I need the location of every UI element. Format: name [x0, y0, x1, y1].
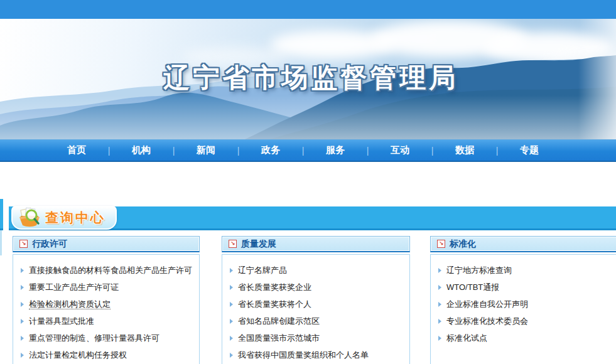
- nav-item-interaction[interactable]: 互动: [370, 144, 430, 156]
- arrow-bullet-icon: [21, 268, 24, 273]
- list-item: 检验检测机构资质认定: [21, 295, 199, 312]
- top-bar: [0, 0, 616, 19]
- list-item: WTO/TBT通报: [438, 278, 616, 295]
- panel-body: 辽宁名牌产品 省长质量奖获奖企业 省长质量奖获将个人 省知名品牌创建示范区 全国…: [222, 254, 410, 364]
- list-item: 企业标准自我公开声明: [438, 295, 616, 312]
- nav-separator: |: [236, 146, 240, 156]
- list-item: 法定计量检定机构任务授权: [21, 346, 199, 363]
- query-link[interactable]: 辽宁名牌产品: [238, 265, 287, 275]
- query-link[interactable]: 直接接触食品的材料等食品相关产品生产许可: [29, 265, 192, 275]
- banner-haze: [0, 95, 616, 139]
- panel-header: ↘ 标准化: [430, 236, 616, 252]
- panel-title: 标准化: [450, 238, 476, 250]
- nav-separator: |: [365, 146, 370, 156]
- arrow-bullet-icon: [438, 268, 441, 273]
- arrow-bullet-icon: [21, 302, 24, 307]
- query-link[interactable]: 省知名品牌创建示范区: [238, 316, 320, 326]
- link-list: 辽宁名牌产品 省长质量奖获奖企业 省长质量奖获将个人 省知名品牌创建示范区 全国…: [222, 255, 409, 363]
- panel-header: ↘ 行政许可: [13, 236, 200, 252]
- panel-administrative-licensing: ↘ 行政许可 直接接触食品的材料等食品相关产品生产许可 重要工业产品生产许可证 …: [13, 236, 200, 364]
- nav-item-special-topics[interactable]: 专题: [499, 144, 559, 156]
- folder-search-icon: [16, 207, 43, 228]
- query-link[interactable]: 重要工业产品生产许可证: [29, 282, 119, 292]
- red-arrow-icon: ↘: [437, 240, 445, 248]
- panel-body: 直接接触食品的材料等食品相关产品生产许可 重要工业产品生产许可证 检验检测机构资…: [13, 254, 200, 364]
- list-item: 直接接触食品的材料等食品相关产品生产许可: [21, 261, 199, 278]
- query-link[interactable]: 计量器具型式批准: [29, 316, 94, 326]
- list-item: 专业标准化技术委员会: [438, 312, 616, 329]
- page: 辽宁省市场监督管理局 首页 | 机构 | 新闻 | 政务 | 服务 | 互动 |…: [0, 0, 616, 364]
- panel-quality-development: ↘ 质量发展 辽宁名牌产品 省长质量奖获奖企业 省长质量奖获将个人 省知名品牌创…: [222, 236, 410, 364]
- query-link[interactable]: WTO/TBT通报: [446, 282, 499, 292]
- arrow-bullet-icon: [438, 336, 441, 341]
- arrow-bullet-icon: [230, 319, 233, 324]
- arrow-bullet-icon: [230, 336, 233, 341]
- list-item: 标准化试点: [438, 329, 616, 346]
- query-link[interactable]: 省长质量奖获奖企业: [238, 282, 311, 292]
- query-link[interactable]: 标准化试点: [446, 333, 487, 343]
- arrow-bullet-icon: [21, 285, 24, 290]
- query-link[interactable]: 省长质量奖获将个人: [238, 299, 311, 309]
- nav-item-organization[interactable]: 机构: [111, 144, 171, 156]
- strip-left-edge: [0, 199, 3, 230]
- list-item: 我省获得中国质量奖组织和个人名单: [230, 346, 409, 363]
- link-list: 辽宁地方标准查询 WTO/TBT通报 企业标准自我公开声明 专业标准化技术委员会…: [431, 255, 616, 346]
- list-item: 省长质量奖获将个人: [230, 295, 409, 312]
- query-link[interactable]: 辽宁地方标准查询: [446, 265, 512, 275]
- arrow-bullet-icon: [230, 353, 233, 358]
- list-item: 重点管理的制造、修理计量器具许可: [21, 329, 199, 346]
- panel-header: ↘ 质量发展: [222, 236, 410, 252]
- arrow-bullet-icon: [21, 319, 24, 324]
- nav-separator: |: [107, 146, 111, 156]
- nav-separator: |: [171, 146, 176, 156]
- query-link[interactable]: 重点管理的制造、修理计量器具许可: [29, 333, 159, 343]
- banner-fade: [578, 19, 616, 139]
- list-item: 辽宁名牌产品: [230, 261, 409, 278]
- red-arrow-icon: ↘: [229, 240, 237, 248]
- link-list: 直接接触食品的材料等食品相关产品生产许可 重要工业产品生产许可证 检验检测机构资…: [13, 255, 199, 363]
- list-item: 全国质量强市示范城市: [230, 329, 409, 346]
- nav-item-government-affairs[interactable]: 政务: [240, 144, 301, 156]
- nav-item-data[interactable]: 数据: [435, 144, 495, 156]
- panel-title: 行政许可: [32, 238, 67, 250]
- nav-item-home[interactable]: 首页: [46, 144, 107, 156]
- arrow-bullet-icon: [438, 285, 441, 290]
- strip-left-edge-lower: [0, 230, 2, 255]
- arrow-bullet-icon: [230, 302, 233, 307]
- query-link[interactable]: 法定计量检定机构任务授权: [29, 350, 127, 360]
- arrow-bullet-icon: [438, 319, 441, 324]
- panel-body: 辽宁地方标准查询 WTO/TBT通报 企业标准自我公开声明 专业标准化技术委员会…: [430, 254, 616, 364]
- nav-separator: |: [430, 146, 435, 156]
- query-link[interactable]: 企业标准自我公开声明: [446, 299, 528, 309]
- nav-separator: |: [495, 146, 499, 156]
- list-item: 辽宁地方标准查询: [438, 261, 616, 278]
- panel-title: 质量发展: [241, 238, 276, 250]
- arrow-bullet-icon: [21, 353, 24, 358]
- red-arrow-icon: ↘: [19, 240, 28, 248]
- query-link[interactable]: 检验检测机构资质认定: [29, 299, 111, 309]
- arrow-bullet-icon: [230, 268, 233, 273]
- query-link[interactable]: 专业标准化技术委员会: [446, 316, 528, 326]
- nav-separator: |: [301, 146, 305, 156]
- query-link[interactable]: 我省获得中国质量奖组织和个人名单: [238, 350, 369, 360]
- banner: 辽宁省市场监督管理局: [0, 19, 616, 139]
- list-item: 省知名品牌创建示范区: [230, 312, 409, 329]
- panel-standardization: ↘ 标准化 辽宁地方标准查询 WTO/TBT通报 企业标准自我公开声明 专业标准…: [430, 236, 616, 364]
- list-item: 计量器具型式批准: [21, 312, 199, 329]
- list-item: 重要工业产品生产许可证: [21, 278, 199, 295]
- arrow-bullet-icon: [438, 302, 441, 307]
- nav-items: 首页 | 机构 | 新闻 | 政务 | 服务 | 互动 | 数据 | 专题: [46, 140, 559, 161]
- nav-item-news[interactable]: 新闻: [176, 144, 236, 156]
- arrow-bullet-icon: [230, 285, 233, 290]
- nav-item-services[interactable]: 服务: [305, 144, 365, 156]
- arrow-bullet-icon: [21, 336, 24, 341]
- main-nav: 首页 | 机构 | 新闻 | 政务 | 服务 | 互动 | 数据 | 专题: [0, 139, 616, 162]
- query-center-tab[interactable]: 查询中心: [11, 206, 117, 230]
- query-center-label: 查询中心: [45, 209, 105, 227]
- list-item: 省长质量奖获奖企业: [230, 278, 409, 295]
- site-title: 辽宁省市场监督管理局: [163, 60, 458, 95]
- query-link[interactable]: 全国质量强市示范城市: [238, 333, 320, 343]
